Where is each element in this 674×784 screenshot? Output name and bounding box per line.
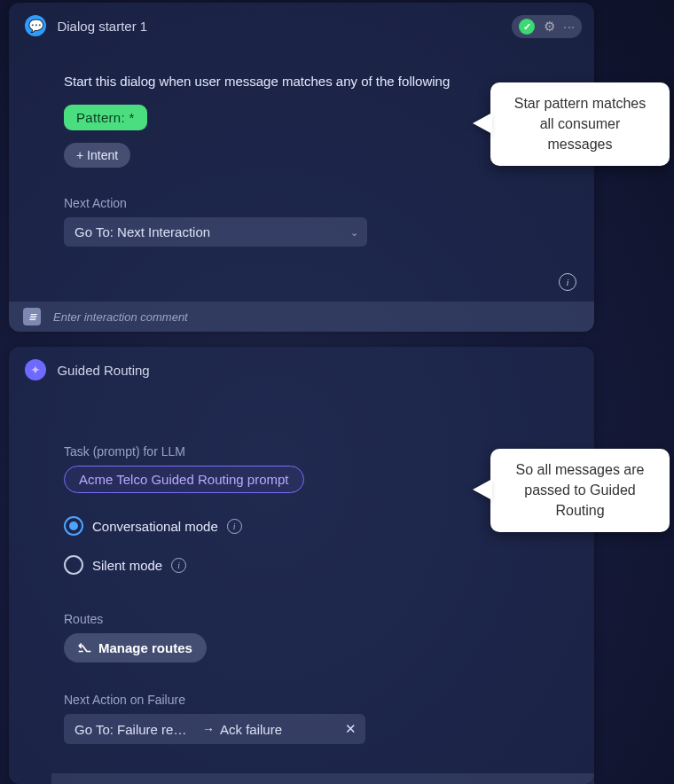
callout1-text: Star pattern matches all consumer messag… (514, 96, 647, 152)
card2-footer-strip (51, 773, 594, 784)
next-fail-label: Next Action on Failure (64, 693, 578, 707)
next-action-select[interactable]: Go To: Next Interaction ⌄ (64, 217, 367, 247)
card1-title: Dialog starter 1 (57, 19, 147, 34)
comment-placeholder: Enter interaction comment (53, 310, 188, 324)
gear-icon[interactable]: ⚙ (544, 19, 555, 35)
chat-icon: 💬 (25, 15, 46, 36)
verified-icon: ✓ (519, 19, 535, 35)
info-icon[interactable]: i (559, 273, 576, 291)
card1-action-pill: ✓ ⚙ ⋮ (512, 15, 582, 38)
failure-action-select[interactable]: Go To: Failure resp… → Ack failure ✕ (64, 714, 365, 744)
card2-title: Guided Routing (57, 363, 149, 378)
card1-header: 💬 Dialog starter 1 ✓ ⚙ ⋮ (9, 3, 594, 68)
callout-tail-icon (473, 113, 492, 134)
task-prompt-chip[interactable]: Acme Telco Guided Routing prompt (64, 466, 304, 493)
comment-icon: ≣ (23, 308, 41, 325)
routing-icon: ✦ (25, 359, 46, 380)
info-icon[interactable]: i (227, 519, 242, 534)
callout-guided-routing: So all messages are passed to Guided Rou… (490, 449, 670, 532)
card2-header: ✦ Guided Routing (9, 347, 594, 412)
guided-routing-card: ✦ Guided Routing Task (prompt) for LLM A… (9, 347, 594, 784)
pattern-chip[interactable]: Pattern: * (64, 105, 147, 130)
manage-routes-button[interactable]: ⎇ Manage routes (64, 633, 207, 662)
add-intent-button[interactable]: + Intent (64, 143, 130, 168)
comment-row[interactable]: ≣ Enter interaction comment (9, 302, 594, 332)
next-action-value: Go To: Next Interaction (74, 224, 210, 239)
failure-target-text: Ack failure (220, 722, 345, 737)
next-action-label: Next Action (64, 196, 578, 210)
close-icon[interactable]: ✕ (345, 721, 357, 737)
silent-mode-radio[interactable]: Silent mode i (64, 555, 578, 575)
dialog-starter-card: 💬 Dialog starter 1 ✓ ⚙ ⋮ Start this dial… (9, 3, 594, 332)
failure-goto-text: Go To: Failure resp… (64, 722, 197, 737)
chevron-down-icon: ⌄ (350, 226, 358, 238)
callout-star-pattern: Star pattern matches all consumer messag… (490, 82, 670, 166)
manage-routes-label: Manage routes (98, 640, 192, 655)
callout2-text: So all messages are passed to Guided Rou… (516, 462, 645, 518)
routes-label: Routes (64, 612, 578, 626)
callout-tail-icon (473, 479, 492, 500)
arrow-icon: → (202, 722, 215, 736)
radio-checked-icon (64, 516, 83, 536)
silent-mode-label: Silent mode (92, 558, 162, 573)
kebab-icon[interactable]: ⋮ (564, 22, 575, 32)
conversational-mode-label: Conversational mode (92, 519, 218, 534)
info-icon[interactable]: i (171, 558, 186, 573)
radio-unchecked-icon (64, 555, 83, 575)
branch-icon: ⎇ (78, 641, 91, 655)
